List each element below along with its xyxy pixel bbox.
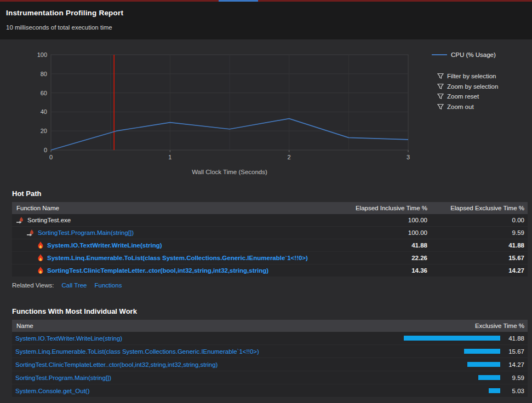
functions-table-header: Name Exclusive Time % (12, 320, 528, 332)
exclusive-time-bar (464, 349, 500, 354)
flame-icon (37, 254, 44, 262)
exclusive-time-value: 14.27 (500, 361, 528, 368)
hot-path-icon (27, 229, 35, 237)
svg-text:100: 100 (37, 51, 47, 58)
bar-cell (401, 336, 500, 341)
hot-path-heading: Hot Path (12, 189, 532, 198)
function-link[interactable]: System.Linq.Enumerable.ToList(class Syst… (47, 255, 308, 261)
inclusive-time-value: 41.88 (333, 242, 432, 249)
tool-link-label: Filter by selection (447, 73, 496, 79)
inclusive-time-value: 100.00 (333, 229, 432, 236)
related-views: Related Views: Call Tree Functions (12, 282, 532, 289)
function-link[interactable]: SortingTest.ClinicTemplateLetter..ctor(b… (47, 267, 268, 274)
funnel-icon (437, 93, 444, 100)
function-link[interactable]: System.Console.get_Out() (12, 388, 401, 394)
function-link[interactable]: System.IO.TextWriter.WriteLine(string) (47, 242, 162, 249)
hot-path-icon (16, 217, 24, 224)
table-row[interactable]: SortingTest.ClinicTemplateLetter..ctor(b… (12, 358, 528, 371)
related-views-label: Related Views: (12, 282, 54, 289)
table-row[interactable]: SortingTest.Program.Main(string[]) 100.0… (12, 227, 528, 239)
column-header-name[interactable]: Name (12, 323, 432, 329)
exclusive-time-value: 15.67 (500, 348, 528, 355)
column-header-function-name[interactable]: Function Name (12, 205, 333, 211)
function-link[interactable]: SortingTest.Program.Main(string[]) (38, 229, 134, 236)
svg-text:3: 3 (407, 154, 410, 160)
svg-text:40: 40 (41, 108, 47, 115)
table-row[interactable]: SortingTest.ClinicTemplateLetter..ctor(b… (12, 264, 528, 277)
svg-text:60: 60 (41, 90, 47, 96)
funnel-icon (437, 103, 444, 110)
table-row[interactable]: System.Linq.Enumerable.ToList(class Syst… (12, 252, 528, 264)
zoom-out-link[interactable]: Zoom out (437, 102, 498, 112)
inclusive-time-value: 22.26 (333, 255, 432, 261)
exclusive-time-value: 14.27 (432, 267, 528, 274)
hot-path-table: Function Name Elapsed Inclusive Time % E… (12, 202, 528, 277)
exclusive-time-value: 41.88 (500, 335, 528, 342)
window-top-border (0, 0, 532, 2)
chart-side-panel: CPU (% Usage) Filter by selection Zoom b… (432, 51, 498, 112)
tool-link-label: Zoom reset (447, 93, 479, 100)
table-row[interactable]: System.Linq.Enumerable.ToList(class Syst… (12, 345, 528, 358)
bar-cell (401, 375, 500, 380)
function-name: SortingTest.exe (27, 217, 71, 223)
svg-text:0: 0 (49, 154, 53, 160)
zoom-by-selection-link[interactable]: Zoom by selection (437, 82, 498, 92)
svg-text:80: 80 (41, 71, 47, 77)
chart-legend: CPU (% Usage) (432, 51, 498, 58)
bar-cell (401, 349, 500, 354)
table-row[interactable]: SortingTest.exe 100.00 0.00 (12, 214, 528, 227)
tool-link-label: Zoom out (447, 103, 474, 110)
exclusive-time-value: 0.00 (432, 217, 528, 223)
exclusive-time-value: 9.59 (432, 229, 528, 236)
legend-label: CPU (% Usage) (451, 51, 496, 58)
table-row[interactable]: System.IO.TextWriter.WriteLine(string) 4… (12, 239, 528, 252)
call-tree-link[interactable]: Call Tree (62, 282, 87, 289)
flame-icon (37, 267, 44, 274)
svg-text:2: 2 (288, 154, 291, 160)
chart-tools: Filter by selection Zoom by selection Zo… (437, 71, 498, 112)
exclusive-time-value: 41.88 (432, 242, 528, 249)
hot-path-table-header: Function Name Elapsed Inclusive Time % E… (12, 202, 528, 214)
svg-text:0: 0 (44, 147, 47, 153)
functions-heading: Functions With Most Individual Work (12, 307, 532, 315)
exclusive-time-bar (467, 362, 500, 367)
bar-cell (401, 362, 500, 367)
cpu-usage-chart[interactable]: 0204060801000123 (32, 50, 416, 163)
functions-link[interactable]: Functions (95, 282, 122, 289)
function-link[interactable]: System.IO.TextWriter.WriteLine(string) (12, 335, 401, 342)
bar-cell (401, 388, 500, 393)
function-link[interactable]: SortingTest.ClinicTemplateLetter..ctor(b… (12, 361, 401, 368)
table-row[interactable]: SortingTest.Program.Main(string[]) 9.59 (12, 371, 528, 384)
function-link[interactable]: SortingTest.Program.Main(string[]) (12, 375, 401, 381)
chart-x-axis-title: Wall Clock Time (Seconds) (51, 169, 408, 175)
inclusive-time-value: 100.00 (333, 217, 432, 223)
exclusive-time-value: 5.03 (500, 388, 528, 394)
table-row[interactable]: System.Console.get_Out() 5.03 (12, 384, 528, 398)
exclusive-time-value: 15.67 (432, 255, 528, 261)
exclusive-time-bar (404, 336, 500, 341)
page-title: Instrumentation Profiling Report (6, 9, 526, 17)
column-header-exclusive-time[interactable]: Exclusive Time % (432, 323, 528, 329)
inclusive-time-value: 14.36 (333, 267, 432, 274)
funnel-icon (437, 83, 444, 90)
column-header-exclusive-time[interactable]: Elapsed Exclusive Time % (432, 205, 528, 211)
flame-icon (37, 241, 44, 249)
funnel-icon (437, 73, 444, 79)
table-row[interactable]: System.IO.TextWriter.WriteLine(string) 4… (12, 332, 528, 345)
top-border-accent (219, 0, 258, 2)
zoom-reset-link[interactable]: Zoom reset (437, 91, 498, 102)
legend-line-swatch (432, 54, 447, 55)
svg-text:1: 1 (168, 154, 171, 160)
filter-by-selection-link[interactable]: Filter by selection (437, 71, 498, 82)
column-header-inclusive-time[interactable]: Elapsed Inclusive Time % (333, 205, 432, 211)
tool-link-label: Zoom by selection (447, 83, 498, 90)
exclusive-time-bar (478, 375, 500, 380)
function-link[interactable]: System.Linq.Enumerable.ToList(class Syst… (12, 348, 401, 355)
svg-text:20: 20 (41, 128, 47, 134)
functions-table: Name Exclusive Time % System.IO.TextWrit… (12, 320, 528, 398)
report-header: Instrumentation Profiling Report 10 mill… (0, 2, 532, 39)
cpu-chart-section: 0204060801000123 Wall Clock Time (Second… (0, 39, 532, 181)
exclusive-time-bar (489, 388, 500, 393)
exclusive-time-value: 9.59 (500, 375, 528, 381)
report-subtitle: 10 milliseconds of total execution time (6, 24, 526, 31)
